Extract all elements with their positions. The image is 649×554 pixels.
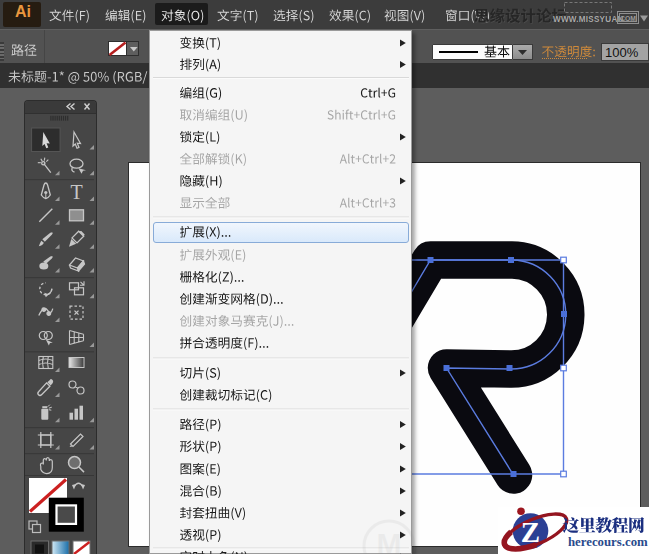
svg-text:WWW.MISSYUAN.: WWW.MISSYUAN. [553, 15, 626, 24]
svg-text:M: M [377, 527, 402, 554]
svg-text:COM: COM [620, 15, 636, 22]
